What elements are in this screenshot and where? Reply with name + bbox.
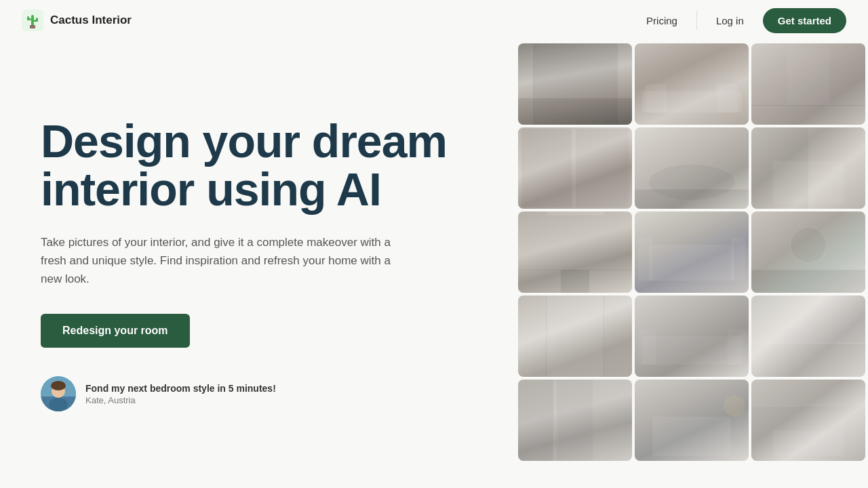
svg-point-47 xyxy=(724,395,745,417)
svg-rect-41 xyxy=(751,296,865,344)
svg-rect-17 xyxy=(717,84,738,113)
svg-rect-14 xyxy=(518,98,632,125)
svg-rect-25 xyxy=(751,127,808,209)
svg-point-10 xyxy=(51,381,66,390)
navbar: Cactus Interior Pricing Log in Get start… xyxy=(0,0,868,41)
gallery-room-3 xyxy=(751,43,865,125)
svg-rect-21 xyxy=(575,129,629,207)
testimonial-author: Kate, Austria xyxy=(85,395,276,405)
gallery-room-8 xyxy=(635,211,749,293)
svg-rect-1 xyxy=(31,15,34,26)
gallery-room-5 xyxy=(635,127,749,209)
svg-rect-44 xyxy=(557,380,593,461)
nav-divider xyxy=(696,11,697,30)
svg-rect-46 xyxy=(652,417,731,456)
avatar xyxy=(41,376,76,411)
svg-rect-48 xyxy=(751,380,865,406)
gallery-room-15 xyxy=(751,380,865,461)
svg-rect-16 xyxy=(646,84,667,113)
gallery-room-9 xyxy=(751,211,865,293)
svg-rect-32 xyxy=(731,238,745,281)
svg-rect-5 xyxy=(36,18,38,22)
gallery-room-7 xyxy=(518,211,632,293)
gallery-room-2 xyxy=(635,43,749,125)
gallery-room-12 xyxy=(751,296,865,377)
hero-section: Design your dream interior using AI Take… xyxy=(0,41,515,488)
svg-rect-12 xyxy=(532,43,618,125)
svg-rect-38 xyxy=(642,336,742,365)
gallery-room-13 xyxy=(518,380,632,461)
svg-rect-40 xyxy=(728,329,745,365)
testimonial-block: Fond my next bedroom style in 5 minutes!… xyxy=(41,376,475,411)
testimonial-quote: Fond my next bedroom style in 5 minutes! xyxy=(85,383,276,394)
svg-rect-19 xyxy=(787,49,830,106)
svg-rect-34 xyxy=(751,270,865,293)
svg-rect-15 xyxy=(642,92,742,113)
svg-rect-24 xyxy=(635,190,749,209)
gallery-room-1 xyxy=(518,43,632,125)
brand-name: Cactus Interior xyxy=(50,14,132,27)
svg-rect-29 xyxy=(561,270,589,293)
gallery-room-6 xyxy=(751,127,865,209)
svg-point-23 xyxy=(649,165,734,201)
svg-rect-43 xyxy=(518,380,554,461)
svg-rect-26 xyxy=(773,161,844,204)
svg-rect-3 xyxy=(27,16,29,20)
svg-rect-39 xyxy=(638,329,656,365)
avatar-image xyxy=(41,376,76,411)
pricing-button[interactable]: Pricing xyxy=(633,9,691,32)
gallery-grid xyxy=(515,41,868,488)
svg-point-11 xyxy=(49,398,68,411)
svg-rect-6 xyxy=(30,25,35,28)
main-layout: Design your dream interior using AI Take… xyxy=(0,41,868,488)
gallery-room-11 xyxy=(635,296,749,377)
nav-actions: Pricing Log in Get started xyxy=(633,8,846,33)
cactus-logo-icon xyxy=(22,9,43,31)
svg-rect-30 xyxy=(649,245,734,281)
svg-point-33 xyxy=(791,227,827,263)
gallery-room-10 xyxy=(518,296,632,377)
redesign-room-button[interactable]: Redesign your room xyxy=(41,314,190,348)
login-button[interactable]: Log in xyxy=(703,9,757,32)
hero-title: Design your dream interior using AI xyxy=(41,117,475,214)
get-started-button[interactable]: Get started xyxy=(763,8,846,33)
gallery-room-4 xyxy=(518,127,632,209)
gallery-section xyxy=(515,41,868,488)
svg-rect-20 xyxy=(521,129,572,207)
hero-subtitle: Take pictures of your interior, and give… xyxy=(41,233,393,289)
svg-rect-50 xyxy=(773,431,844,456)
testimonial-text: Fond my next bedroom style in 5 minutes!… xyxy=(85,383,276,405)
gallery-room-14 xyxy=(635,380,749,461)
svg-rect-31 xyxy=(638,238,652,281)
svg-rect-35 xyxy=(547,296,604,377)
svg-rect-27 xyxy=(547,211,604,215)
nav-brand-area: Cactus Interior xyxy=(22,9,132,31)
